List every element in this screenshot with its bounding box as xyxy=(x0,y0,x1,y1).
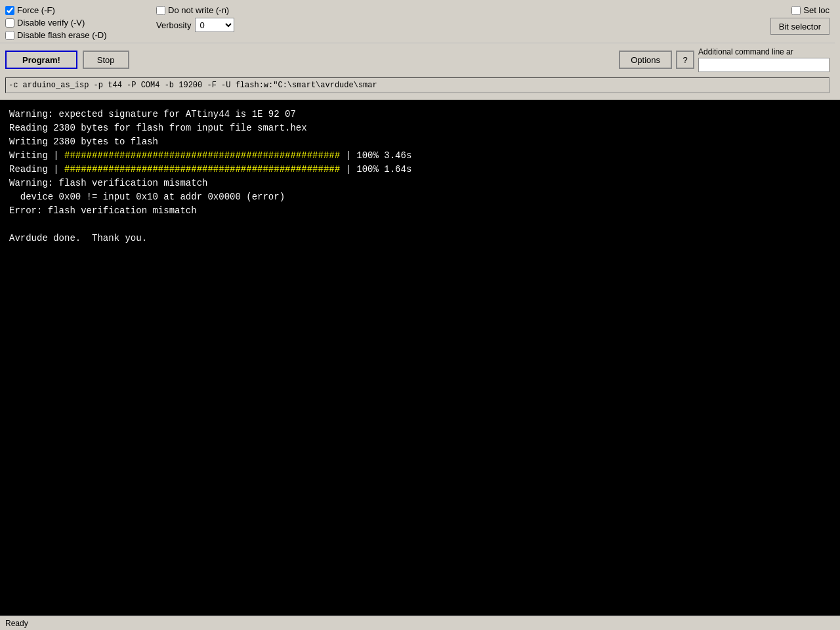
top-controls: Force (-F) Disable verify (-V) Disable f… xyxy=(0,0,840,100)
additional-cmdline-input[interactable] xyxy=(698,58,830,72)
terminal-output: Warning: expected signature for ATtiny44… xyxy=(0,100,840,616)
terminal-line-4: Writing | ##############################… xyxy=(9,149,831,163)
disable-verify-checkbox[interactable] xyxy=(5,18,14,28)
force-checkbox[interactable] xyxy=(5,6,14,15)
bit-selector-button[interactable]: Bit selector xyxy=(770,18,830,35)
cmdline-row: -c arduino_as_isp -p t44 -P COM4 -b 1920… xyxy=(0,76,835,97)
terminal-text-10: Avrdude done. Thank you. xyxy=(9,232,147,245)
terminal-progress-2: ########################################… xyxy=(64,163,340,177)
stop-button[interactable]: Stop xyxy=(83,51,129,69)
terminal-text-2: Reading 2380 bytes for flash from input … xyxy=(9,121,307,135)
set-loc-checkbox[interactable] xyxy=(791,6,801,15)
force-checkbox-label[interactable]: Force (-F) xyxy=(5,5,136,15)
terminal-text-3: Writing 2380 bytes to flash xyxy=(9,135,158,149)
cmdline-display: -c arduino_as_isp -p t44 -P COM4 -b 1920… xyxy=(5,77,830,93)
verbosity-group: Verbosity 0 1 2 3 4 xyxy=(156,18,281,32)
do-not-write-checkbox[interactable] xyxy=(156,6,165,15)
disable-flash-erase-checkbox-label[interactable]: Disable flash erase (-D) xyxy=(5,30,136,40)
program-button[interactable]: Program! xyxy=(5,51,77,69)
row1: Force (-F) Disable verify (-V) Disable f… xyxy=(0,3,835,43)
do-not-write-label: Do not write (-n) xyxy=(168,5,229,15)
app-window: Force (-F) Disable verify (-V) Disable f… xyxy=(0,0,840,630)
terminal-line-10: Avrdude done. Thank you. xyxy=(9,232,831,245)
verbosity-label: Verbosity xyxy=(156,20,191,30)
terminal-percent-2: 100% 1.64s xyxy=(356,163,411,177)
disable-verify-checkbox-label[interactable]: Disable verify (-V) xyxy=(5,18,136,28)
force-label: Force (-F) xyxy=(17,5,55,15)
terminal-text-8: Error: flash verification mismatch xyxy=(9,204,197,218)
disable-flash-erase-label: Disable flash erase (-D) xyxy=(17,30,107,40)
terminal-line-3: Writing 2380 bytes to flash xyxy=(9,135,831,149)
terminal-text-4a: Writing | xyxy=(9,149,64,163)
terminal-line-1: Warning: expected signature for ATtiny44… xyxy=(9,108,831,121)
disable-verify-label: Disable verify (-V) xyxy=(17,18,85,28)
terminal-text-1: Warning: expected signature for ATtiny44… xyxy=(9,108,296,121)
terminal-line-blank xyxy=(9,218,831,232)
question-button[interactable]: ? xyxy=(676,51,694,69)
status-text: Ready xyxy=(5,619,28,628)
terminal-line-2: Reading 2380 bytes for flash from input … xyxy=(9,121,831,135)
middle-checkboxes: Do not write (-n) Verbosity 0 1 2 3 4 xyxy=(136,5,281,32)
do-not-write-checkbox-label[interactable]: Do not write (-n) xyxy=(156,5,281,15)
terminal-line-7: device 0x00 != input 0x10 at addr 0x0000… xyxy=(9,190,831,204)
set-loc-checkbox-label[interactable]: Set loc xyxy=(791,5,830,15)
terminal-text-5a: Reading | xyxy=(9,163,64,177)
action-row: Program! Stop Options ? Additional comma… xyxy=(0,43,835,76)
right-controls: Set loc Bit selector xyxy=(770,5,830,35)
terminal-text-6: Warning: flash verification mismatch xyxy=(9,177,207,190)
terminal-percent-1: 100% 3.46s xyxy=(356,149,411,163)
verbosity-select[interactable]: 0 1 2 3 4 xyxy=(195,18,234,32)
additional-cmdline-label: Additional command line ar xyxy=(698,47,793,56)
status-bar: Ready xyxy=(0,616,840,630)
terminal-text-7: device 0x00 != input 0x10 at addr 0x0000… xyxy=(9,190,285,204)
disable-flash-erase-checkbox[interactable] xyxy=(5,31,14,40)
terminal-line-8: Error: flash verification mismatch xyxy=(9,204,831,218)
options-button[interactable]: Options xyxy=(619,51,672,69)
terminal-text-5b: | xyxy=(340,163,356,177)
terminal-text-4b: | xyxy=(340,149,356,163)
terminal-line-5: Reading | ##############################… xyxy=(9,163,831,177)
cmdline-text: -c arduino_as_isp -p t44 -P COM4 -b 1920… xyxy=(9,81,377,90)
set-loc-label: Set loc xyxy=(803,5,830,15)
left-checkboxes: Force (-F) Disable verify (-V) Disable f… xyxy=(5,5,136,40)
terminal-progress-1: ########################################… xyxy=(64,149,340,163)
terminal-line-6: Warning: flash verification mismatch xyxy=(9,177,831,190)
